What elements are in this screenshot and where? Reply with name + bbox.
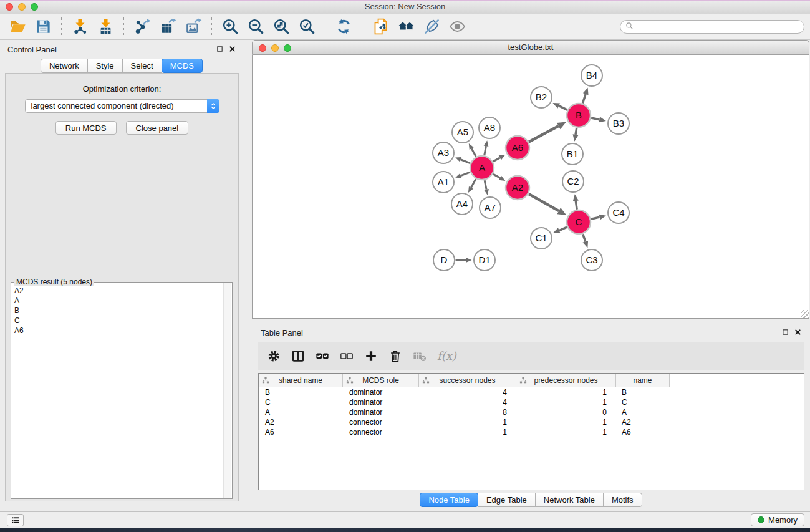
graph-node-C4[interactable]: C4: [608, 202, 629, 223]
graph-node-B4[interactable]: B4: [581, 65, 602, 86]
graph-node-A6[interactable]: A6: [506, 136, 529, 160]
graph-node-A8[interactable]: A8: [479, 117, 500, 138]
graph-edge-A-A3[interactable]: [455, 157, 470, 163]
network-window-titlebar[interactable]: testGlobe.txt: [252, 40, 809, 55]
graph-node-A[interactable]: A: [470, 156, 494, 180]
graph-node-A4[interactable]: A4: [451, 193, 473, 215]
graph-edge-B-B4[interactable]: [582, 87, 588, 103]
tab-network-table[interactable]: Network Table: [535, 493, 604, 507]
scrollbar[interactable]: [223, 283, 231, 498]
mcds-result-item[interactable]: A6: [14, 326, 223, 336]
close-panel-icon[interactable]: [794, 328, 801, 337]
houses-icon[interactable]: [393, 17, 419, 37]
zoom-selected-icon[interactable]: [294, 17, 320, 37]
eye-icon[interactable]: [445, 17, 470, 37]
duplicate-network-icon[interactable]: [368, 17, 393, 37]
table-row[interactable]: Cdominator41C: [259, 397, 804, 407]
graph-edge-A-A5[interactable]: [469, 143, 476, 157]
graph-node-C[interactable]: C: [567, 210, 591, 234]
mcds-result-item[interactable]: A2: [14, 286, 223, 296]
zoom-fit-icon[interactable]: [269, 17, 294, 37]
zoom-out-icon[interactable]: [243, 17, 269, 37]
graph-node-B2[interactable]: B2: [531, 87, 552, 108]
pen-slash-icon[interactable]: [419, 17, 445, 37]
column-header-mcds_role[interactable]: MCDS role: [343, 374, 419, 387]
mcds-result-item[interactable]: A: [14, 296, 223, 306]
graph-edge-C-C2[interactable]: [573, 194, 579, 209]
table-row[interactable]: A6connector11A6: [259, 427, 804, 437]
export-image-icon[interactable]: [181, 17, 206, 37]
search-field[interactable]: [620, 20, 804, 34]
gear-icon[interactable]: [267, 349, 281, 363]
function-builder-icon[interactable]: f(x): [437, 349, 456, 362]
task-history-button[interactable]: [7, 514, 24, 526]
tab-style[interactable]: Style: [87, 59, 123, 73]
table-row[interactable]: Adominator80A: [259, 407, 804, 417]
graph-edge-A-A4[interactable]: [468, 179, 476, 193]
tab-edge-table[interactable]: Edge Table: [478, 493, 536, 507]
graph-node-B[interactable]: B: [567, 104, 591, 127]
close-panel-icon[interactable]: [229, 45, 236, 54]
deselect-all-icon[interactable]: [340, 349, 354, 363]
import-table-icon[interactable]: [93, 17, 118, 37]
graph-edge-A6-B[interactable]: [529, 122, 566, 142]
export-table-icon[interactable]: [155, 17, 181, 37]
export-network-icon[interactable]: [130, 17, 155, 37]
graph-edge-A2-C[interactable]: [529, 194, 567, 215]
tab-motifs[interactable]: Motifs: [603, 493, 642, 507]
graph-edge-A-A1[interactable]: [455, 172, 470, 178]
run-mcds-button[interactable]: Run MCDS: [55, 121, 117, 135]
column-view-icon[interactable]: [291, 349, 305, 363]
import-network-icon[interactable]: [67, 17, 93, 37]
graph-edge-C-C1[interactable]: [553, 227, 567, 233]
column-header-shared_name[interactable]: shared name: [259, 374, 343, 387]
network-canvas[interactable]: B4B2BB3A8A5A6A3B1AC2A1A2A4A7C4CC1C3DD1: [252, 55, 809, 319]
graph-edge-C-C4[interactable]: [591, 215, 606, 220]
column-header-name[interactable]: name: [616, 374, 670, 387]
delete-icon[interactable]: [388, 349, 402, 363]
select-all-icon[interactable]: [316, 349, 329, 363]
float-panel-icon[interactable]: [782, 328, 789, 337]
open-file-icon[interactable]: [5, 17, 31, 37]
graph-node-A1[interactable]: A1: [433, 172, 454, 193]
column-header-predecessor_nodes[interactable]: predecessor nodes: [516, 374, 616, 387]
tab-network[interactable]: Network: [41, 59, 88, 73]
minimize-network-button[interactable]: [271, 44, 279, 52]
graph-edge-B-B3[interactable]: [591, 117, 606, 122]
zoom-network-button[interactable]: [284, 44, 291, 52]
column-header-successor_nodes[interactable]: successor nodes: [419, 374, 516, 387]
graph-node-A3[interactable]: A3: [433, 142, 454, 163]
graph-edge-A-A6[interactable]: [493, 155, 506, 162]
table-row[interactable]: A2connector11A2: [259, 417, 804, 427]
graph-node-D1[interactable]: D1: [474, 249, 495, 271]
mcds-result-item[interactable]: C: [14, 316, 223, 326]
graph-node-C2[interactable]: C2: [562, 171, 584, 192]
tab-select[interactable]: Select: [122, 59, 162, 73]
minimize-window-button[interactable]: [18, 3, 26, 11]
graph-edge-A-A7[interactable]: [484, 180, 489, 195]
save-session-icon[interactable]: [31, 17, 56, 37]
close-network-button[interactable]: [259, 44, 266, 52]
zoom-in-icon[interactable]: [218, 17, 243, 37]
graph-edge-D-D1[interactable]: [456, 258, 472, 263]
graph-node-A2[interactable]: A2: [506, 176, 529, 200]
mcds-result-item[interactable]: B: [14, 306, 223, 316]
zoom-window-button[interactable]: [31, 3, 38, 11]
add-icon[interactable]: [364, 349, 378, 363]
graph-node-C1[interactable]: C1: [531, 228, 552, 249]
refresh-icon[interactable]: [331, 17, 357, 37]
memory-button[interactable]: Memory: [751, 513, 804, 526]
graph-edge-B-B2[interactable]: [552, 103, 567, 110]
tab-node-table[interactable]: Node Table: [420, 493, 478, 507]
search-input[interactable]: [636, 22, 799, 32]
graph-edge-A-A8[interactable]: [484, 140, 489, 155]
close-window-button[interactable]: [6, 3, 13, 11]
graph-edge-A-A2[interactable]: [493, 174, 506, 181]
criterion-select[interactable]: largest connected component (directed): [25, 99, 219, 113]
graph-node-B3[interactable]: B3: [608, 113, 629, 134]
tab-mcds[interactable]: MCDS: [162, 59, 203, 73]
delete-table-icon[interactable]: [413, 349, 427, 363]
graph-node-A5[interactable]: A5: [452, 122, 473, 143]
graph-node-A7[interactable]: A7: [480, 197, 501, 218]
graph-node-B1[interactable]: B1: [562, 143, 583, 165]
